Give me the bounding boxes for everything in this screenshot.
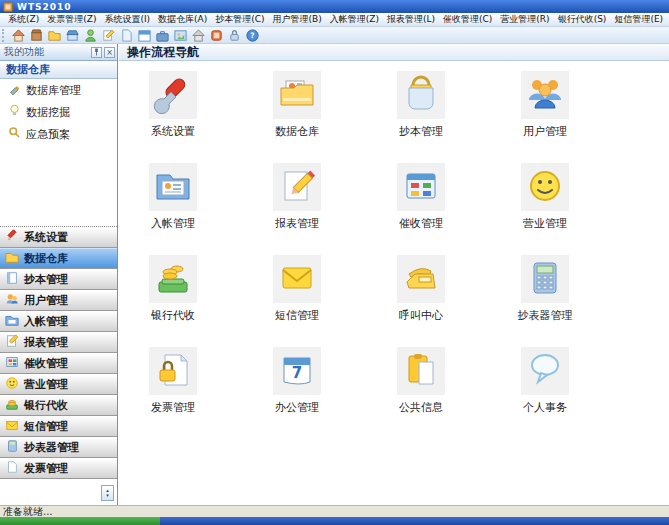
menu-item-user[interactable]: 用户管理(B) [269, 13, 326, 26]
menu-item-meter-book[interactable]: 抄本管理(C) [211, 13, 268, 26]
menu-item-sms[interactable]: 短信管理(E) [610, 13, 667, 26]
title-bar: WTS2010 [0, 0, 669, 13]
tile-collection-management[interactable]: 催收管理 [375, 163, 467, 255]
tile-bank-collection[interactable]: 银行代收 [127, 255, 219, 347]
tile-office-management[interactable]: 7 办公管理 [251, 347, 343, 439]
sidebar-item-bank-collection[interactable]: 银行代收 [0, 395, 117, 416]
tile-report-management[interactable]: 报表管理 [251, 163, 343, 255]
menu-item-invoice[interactable]: 发票管理(Z) [43, 13, 100, 26]
menu-item-bank-collect[interactable]: 银行代收(S) [554, 13, 611, 26]
sidebar-item-account-entry[interactable]: 入帐管理 [0, 311, 117, 332]
menu-item-report[interactable]: 报表管理(L) [383, 13, 439, 26]
window-title: WTS2010 [17, 2, 72, 12]
sidebar-item-meter-reader-management[interactable]: 抄表器管理 [0, 437, 117, 458]
tile-label: 入帐管理 [151, 216, 195, 231]
menu-bar: 系统(Z) 发票管理(Z) 系统设置(I) 数据仓库(A) 抄本管理(C) 用户… [0, 13, 669, 27]
calendar-icon[interactable] [135, 27, 153, 43]
tile-invoice-management[interactable]: 发票管理 [127, 347, 219, 439]
tile-system-settings[interactable]: 系统设置 [127, 71, 219, 163]
quick-item-label: 数据挖掘 [26, 105, 70, 120]
home-gray-icon[interactable] [189, 27, 207, 43]
tile-public-info[interactable]: 公共信息 [375, 347, 467, 439]
sidebar-item-meter-book[interactable]: 抄本管理 [0, 269, 117, 290]
tile-label: 银行代收 [151, 308, 195, 323]
sidebar-item-data-warehouse[interactable]: 数据仓库 [0, 248, 117, 269]
coins-money-icon [153, 258, 193, 301]
briefcase-icon[interactable] [153, 27, 171, 43]
users-icon [5, 292, 19, 309]
quick-item-emergency-plan[interactable]: 应急预案 [0, 123, 117, 145]
user-icon[interactable] [81, 27, 99, 43]
nav-label: 系统设置 [24, 230, 68, 245]
edit-document-icon[interactable] [99, 27, 117, 43]
tile-label: 办公管理 [275, 400, 319, 415]
pin-button[interactable] [91, 47, 102, 58]
tile-label: 系统设置 [151, 124, 195, 139]
sidebar-item-sms-management[interactable]: 短信管理 [0, 416, 117, 437]
pencil-icon [5, 334, 19, 351]
sidebar-item-system-settings[interactable]: 系统设置 [0, 227, 117, 248]
quick-item-label: 应急预案 [26, 127, 70, 142]
help-icon[interactable]: ? [243, 27, 261, 43]
nav-label: 发票管理 [24, 461, 68, 476]
nav-label: 催收管理 [24, 356, 68, 371]
speech-bubble-icon [525, 350, 565, 393]
start-button-edge[interactable] [0, 517, 160, 525]
tile-meter-reader-management[interactable]: 抄表器管理 [499, 255, 591, 347]
svg-text:7: 7 [292, 364, 302, 382]
quick-item-database-management[interactable]: 数据库管理 [0, 79, 117, 101]
menu-item-data-warehouse[interactable]: 数据仓库(A) [154, 13, 211, 26]
tile-call-center[interactable]: 呼叫中心 [375, 255, 467, 347]
picture-icon[interactable] [171, 27, 189, 43]
overflow-chevrons-button[interactable]: ▴▾ [101, 485, 114, 501]
clipboard-icon [401, 350, 441, 393]
app-window: WTS2010 系统(Z) 发票管理(Z) 系统设置(I) 数据仓库(A) 抄本… [0, 0, 669, 525]
folder-icon[interactable] [45, 27, 63, 43]
page-icon [5, 460, 19, 477]
sidebar-item-collection-management[interactable]: 催收管理 [0, 353, 117, 374]
menu-item-system[interactable]: 系统(Z) [4, 13, 43, 26]
close-icon[interactable]: × [104, 47, 115, 58]
window-squares-icon [401, 166, 441, 209]
store-icon[interactable] [63, 27, 81, 43]
quick-item-data-mining[interactable]: 数据挖掘 [0, 101, 117, 123]
svg-text:?: ? [250, 31, 254, 40]
tile-sms-management[interactable]: 短信管理 [251, 255, 343, 347]
nav-label: 抄表器管理 [24, 440, 79, 455]
tile-label: 呼叫中心 [399, 308, 443, 323]
menu-item-account-entry[interactable]: 入帐管理(Z) [326, 13, 383, 26]
tile-personal-affairs[interactable]: 个人事务 [499, 347, 591, 439]
page-title: 操作流程导航 [119, 44, 669, 61]
tile-account-entry[interactable]: 入帐管理 [127, 163, 219, 255]
sidebar-item-report-management[interactable]: 报表管理 [0, 332, 117, 353]
bag-icon [401, 74, 441, 117]
notebook-icon [5, 271, 19, 288]
package-icon[interactable] [27, 27, 45, 43]
app-tile-icon[interactable] [207, 27, 225, 43]
nav-label: 抄本管理 [24, 272, 68, 287]
lock-icon[interactable] [225, 27, 243, 43]
tile-business-management[interactable]: 营业管理 [499, 163, 591, 255]
page-icon[interactable] [117, 27, 135, 43]
sidebar-item-business-management[interactable]: 营业管理 [0, 374, 117, 395]
sidebar-item-user-management[interactable]: 用户管理 [0, 290, 117, 311]
telephone-icon [401, 258, 441, 301]
menu-item-collection[interactable]: 催收管理(C) [439, 13, 496, 26]
nav-label: 短信管理 [24, 419, 68, 434]
sidebar-item-invoice-management[interactable]: 发票管理 [0, 458, 117, 479]
toolbar-drag-handle[interactable] [2, 29, 6, 42]
nav-label: 银行代收 [24, 398, 68, 413]
envelope-icon [5, 418, 19, 435]
menu-item-system-settings[interactable]: 系统设置(I) [100, 13, 154, 26]
home-icon[interactable] [9, 27, 27, 43]
calendar-7-icon: 7 [277, 350, 317, 393]
sidebar-panel-header: 我的功能 × [0, 44, 117, 61]
calculator-icon [5, 439, 19, 456]
tile-meter-book[interactable]: 抄本管理 [375, 71, 467, 163]
content-region: 我的功能 × 数据仓库 数据库管理 数据挖掘 应急预案 [0, 44, 669, 505]
menu-item-business[interactable]: 营业管理(R) [496, 13, 553, 26]
nav-tile-grid: 系统设置 数据仓库 抄本管理 用户管理 入帐管理 [119, 61, 669, 505]
tile-user-management[interactable]: 用户管理 [499, 71, 591, 163]
sidebar-quick-panel: 数据仓库 数据库管理 数据挖掘 应急预案 [0, 61, 117, 227]
tile-data-warehouse[interactable]: 数据仓库 [251, 71, 343, 163]
